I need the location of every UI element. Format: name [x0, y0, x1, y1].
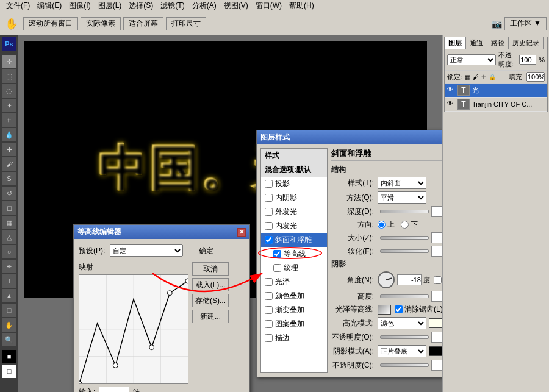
shadow-mode-select[interactable]: 正片叠底 — [378, 345, 426, 357]
menu-window[interactable]: 窗口(W) — [252, 1, 285, 11]
menu-view[interactable]: 视图(V) — [220, 1, 252, 11]
global-light-label[interactable]: 使用全局光(G) — [434, 275, 442, 285]
lock-all-icon[interactable]: 🔒 — [489, 74, 496, 80]
blend-mode-select[interactable]: 正常 — [447, 54, 496, 65]
satin-check[interactable] — [265, 278, 273, 286]
bg-color-swatch[interactable]: □ — [2, 365, 16, 378]
crop-tool-icon[interactable]: ⌗ — [2, 113, 16, 127]
heal-brush-icon[interactable]: ✚ — [2, 143, 16, 156]
fit-screen-btn[interactable]: 适合屏幕 — [123, 17, 163, 30]
menu-edit[interactable]: 编辑(E) — [34, 1, 65, 11]
altitude-input[interactable] — [431, 291, 442, 302]
eyedropper-icon[interactable]: 💧 — [2, 128, 16, 141]
menu-analyze[interactable]: 分析(A) — [188, 1, 220, 11]
innerglow-check[interactable] — [265, 222, 273, 230]
highlight-color-swatch[interactable] — [429, 318, 442, 328]
text-tool-icon[interactable]: T — [2, 274, 16, 288]
direction-up-label[interactable]: 上 — [378, 219, 395, 230]
dodge-icon[interactable]: ○ — [2, 245, 16, 258]
zoom-tool-icon[interactable]: 🔍 — [2, 333, 16, 346]
depth-slider[interactable] — [380, 210, 429, 213]
size-slider[interactable] — [380, 236, 429, 240]
direction-down-radio[interactable] — [401, 221, 409, 229]
contour-load-btn[interactable]: 载入(L)... — [192, 278, 229, 291]
preset-select[interactable]: 自定 — [110, 244, 183, 257]
menu-layer[interactable]: 图层(L) — [95, 1, 126, 11]
style-item-innershadow[interactable]: 内阴影 — [261, 191, 327, 205]
anti-alias-label[interactable]: 消除锯齿(L) — [395, 304, 442, 315]
lock-image-icon[interactable]: 🖌 — [473, 74, 479, 80]
actual-pixels-btn[interactable]: 实际像素 — [81, 17, 121, 30]
highlight-mode-select[interactable]: 滤色 — [378, 317, 426, 329]
hand-tool-icon[interactable]: ✋ — [2, 15, 21, 33]
tab-history[interactable]: 历史记录 — [509, 37, 544, 49]
lock-transparent-icon[interactable]: ▦ — [465, 74, 470, 80]
layer-row-guang[interactable]: 👁 T 光 — [445, 84, 547, 98]
style-type-select[interactable]: 内斜面 — [378, 177, 426, 189]
print-size-btn[interactable]: 打印尺寸 — [166, 17, 206, 30]
texture-check[interactable] — [273, 264, 281, 272]
tab-paths[interactable]: 路径 — [487, 37, 509, 49]
layer-row-tianjin[interactable]: 👁 T Tianjin CITY OF C... — [445, 98, 547, 112]
style-item-dropshadow[interactable]: 投影 — [261, 177, 327, 191]
soften-input[interactable] — [431, 246, 442, 257]
style-item-texture[interactable]: 纹理 — [261, 261, 327, 275]
marquee-tool-icon[interactable]: ⬚ — [2, 69, 16, 83]
style-item-coloroverlay[interactable]: 颜色叠加 — [261, 289, 327, 303]
soften-slider[interactable] — [380, 249, 429, 253]
size-input[interactable] — [431, 232, 442, 243]
menu-select[interactable]: 选择(S) — [125, 1, 157, 11]
depth-input[interactable] — [431, 206, 442, 217]
style-item-stroke[interactable]: 描边 — [261, 331, 327, 345]
layer-eye-tianjin[interactable]: 👁 — [447, 100, 456, 109]
fg-color-swatch[interactable]: ■ — [2, 350, 16, 363]
style-item-contour[interactable]: 等高线 — [261, 247, 327, 261]
clone-stamp-icon[interactable]: S — [2, 172, 16, 185]
menu-help[interactable]: 帮助(H) — [285, 1, 318, 11]
contour-cancel-btn[interactable]: 取消 — [192, 262, 229, 276]
shadow-opacity-input[interactable] — [431, 360, 442, 371]
pen-tool-icon[interactable]: ✒ — [2, 260, 16, 273]
style-item-header[interactable]: 样式 — [261, 149, 327, 163]
anti-alias-check[interactable] — [395, 305, 403, 313]
altitude-slider[interactable] — [380, 294, 429, 298]
lock-position-icon[interactable]: ✛ — [481, 74, 486, 80]
highlight-opacity-input[interactable] — [431, 332, 442, 343]
workspace-btn[interactable]: 工作区 ▼ — [504, 17, 547, 30]
bevel-check[interactable] — [265, 236, 273, 244]
menu-file[interactable]: 文件(F) — [2, 1, 34, 11]
stroke-check[interactable] — [265, 334, 273, 342]
angle-circle[interactable] — [378, 271, 395, 288]
tab-channels[interactable]: 通道 — [466, 37, 487, 49]
style-item-bevel[interactable]: 斜面和浮雕 — [261, 233, 327, 247]
contour-ok-btn[interactable]: 确定 — [188, 244, 224, 257]
highlight-opacity-slider[interactable] — [380, 335, 429, 339]
coloroverlay-check[interactable] — [265, 292, 273, 300]
scroll-all-btn[interactable]: 滚动所有窗口 — [23, 17, 78, 30]
brush-icon[interactable]: 🖌 — [2, 157, 16, 171]
style-item-patternoverlay[interactable]: 图案叠加 — [261, 317, 327, 331]
gloss-contour-swatch[interactable] — [378, 305, 391, 315]
style-item-innerglow[interactable]: 内发光 — [261, 219, 327, 233]
shape-tool-icon[interactable]: □ — [2, 304, 16, 317]
contour-new-btn[interactable]: 新建... — [192, 310, 229, 323]
contour-save-btn[interactable]: 存储(S)... — [192, 294, 229, 307]
gradient-icon[interactable]: ▦ — [2, 216, 16, 229]
opacity-input[interactable] — [519, 55, 536, 65]
history-brush-icon[interactable]: ↺ — [2, 187, 16, 200]
fill-input[interactable] — [526, 72, 545, 82]
direction-down-label[interactable]: 下 — [401, 219, 418, 230]
menu-image[interactable]: 图像(I) — [65, 1, 94, 11]
lasso-tool-icon[interactable]: ◌ — [2, 84, 16, 98]
direction-up-radio[interactable] — [378, 221, 386, 229]
method-select[interactable]: 平滑 — [378, 191, 426, 204]
layer-eye-guang[interactable]: 👁 — [447, 86, 456, 94]
shadow-color-swatch[interactable] — [429, 346, 442, 356]
style-item-outerglow[interactable]: 外发光 — [261, 205, 327, 219]
contour-canvas[interactable] — [79, 274, 188, 384]
input-field[interactable] — [99, 387, 129, 392]
layer-style-titlebar[interactable]: 图层样式 ✕ — [257, 130, 442, 144]
shadow-opacity-slider[interactable] — [380, 363, 429, 367]
dropshadow-check[interactable] — [265, 180, 273, 188]
path-select-icon[interactable]: ▲ — [2, 289, 16, 302]
